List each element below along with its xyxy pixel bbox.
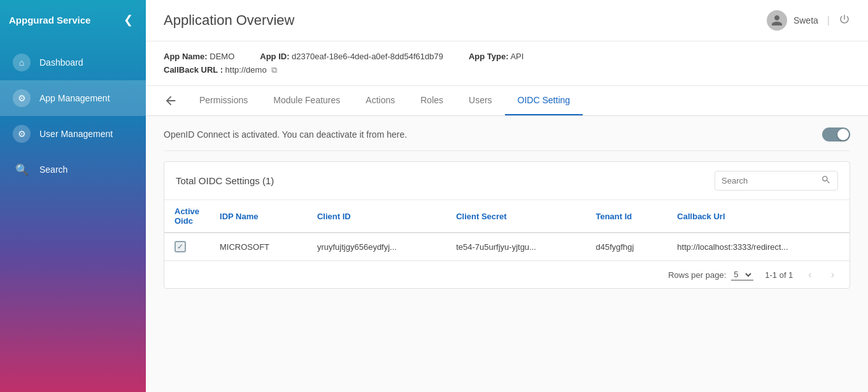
- col-tenant-id: Tenant Id: [585, 200, 667, 233]
- prev-page-button[interactable]: ‹: [804, 268, 815, 282]
- pagination-row: Rows per page: 5 10 25 1-1 of 1 ‹ ›: [164, 261, 850, 288]
- avatar: [767, 10, 787, 31]
- oidc-notice: OpenID Connect is activated. You can dea…: [164, 116, 850, 151]
- tab-actions[interactable]: Actions: [353, 86, 408, 115]
- idp-name-cell: MICROSOFT: [210, 233, 307, 261]
- copy-icon[interactable]: ⧉: [271, 65, 277, 75]
- sidebar-item-search[interactable]: 🔍 Search: [0, 152, 146, 187]
- app-id-label: App ID:: [260, 52, 289, 61]
- sidebar-item-label: User Management: [39, 129, 113, 139]
- main-content: Application Overview Sweta | App Name: D…: [146, 0, 868, 392]
- sidebar-item-dashboard[interactable]: ⌂ Dashboard: [0, 45, 146, 80]
- app-type-label: App Type:: [469, 52, 509, 61]
- col-idp-name: IDP Name: [210, 200, 307, 233]
- col-callback-url: Callback Url: [667, 200, 850, 233]
- rows-per-page-select[interactable]: 5 10 25: [731, 269, 753, 280]
- tab-module-features[interactable]: Module Features: [260, 86, 353, 115]
- sidebar: Appgurad Service ❮ ⌂ Dashboard ⚙ App Man…: [0, 0, 146, 392]
- rows-per-page-label: Rows per page:: [668, 270, 726, 280]
- search-icon: 🔍: [13, 161, 31, 178]
- app-management-icon: ⚙: [13, 89, 31, 107]
- app-id-value: d2370eaf-18e6-4ded-a0ef-8dd54f61db79: [292, 52, 443, 61]
- search-box: [715, 171, 838, 191]
- sidebar-collapse-button[interactable]: ❮: [120, 11, 137, 28]
- sidebar-item-user-management[interactable]: ⚙ User Management: [0, 116, 146, 152]
- search-input[interactable]: [722, 176, 817, 185]
- sidebar-item-label: Search: [39, 164, 68, 175]
- oidc-table-section: Total OIDC Settings (1) Active Oidc IDP …: [164, 161, 850, 289]
- app-info-row-2: CallBack URL : http://demo ⧉: [164, 65, 850, 75]
- callback-url-field: CallBack URL : http://demo ⧉: [164, 65, 277, 75]
- toggle-thumb: [837, 129, 849, 140]
- content-area: OpenID Connect is activated. You can dea…: [146, 116, 868, 392]
- oidc-checkbox[interactable]: ✓: [174, 241, 186, 252]
- client-id-cell: yruyfujtjgy656eydfyj...: [307, 233, 446, 261]
- sidebar-item-label: App Management: [39, 93, 110, 103]
- next-page-button[interactable]: ›: [827, 268, 838, 282]
- app-name-label: App Name:: [164, 52, 208, 61]
- app-id-field: App ID: d2370eaf-18e6-4ded-a0ef-8dd54f61…: [260, 52, 443, 61]
- col-client-id: Client ID: [307, 200, 446, 233]
- col-client-secret: Client Secret: [446, 200, 585, 233]
- username: Sweta: [793, 15, 818, 25]
- tab-oidc-setting[interactable]: OIDC Setting: [505, 86, 583, 115]
- rows-per-page: Rows per page: 5 10 25: [668, 269, 753, 280]
- callback-url-value: http://demo: [225, 65, 267, 75]
- app-name-field: App Name: DEMO: [164, 52, 234, 61]
- tabs-row: Permissions Module Features Actions Role…: [146, 86, 868, 116]
- active-oidc-cell: ✓: [164, 233, 210, 261]
- table-title: Total OIDC Settings (1): [176, 175, 274, 186]
- app-info-bar: App Name: DEMO App ID: d2370eaf-18e6-4de…: [146, 41, 868, 86]
- page-title: Application Overview: [164, 12, 294, 29]
- table-header: Active Oidc IDP Name Client ID Client Se…: [164, 200, 850, 233]
- callback-url-cell: http://localhost:3333/redirect...: [667, 233, 850, 261]
- oidc-notice-text: OpenID Connect is activated. You can dea…: [164, 129, 407, 140]
- tab-permissions[interactable]: Permissions: [187, 86, 260, 115]
- table-row: ✓ MICROSOFT yruyfujtjgy656eydfyj... te54…: [164, 233, 850, 261]
- page-info: 1-1 of 1: [765, 270, 793, 280]
- sidebar-nav: ⌂ Dashboard ⚙ App Management ⚙ User Mana…: [0, 45, 146, 187]
- table-header-row: Total OIDC Settings (1): [164, 162, 850, 200]
- app-type-field: App Type: API: [469, 52, 523, 61]
- app-type-value: API: [510, 52, 523, 61]
- tenant-id-cell: d45fygfhgj: [585, 233, 667, 261]
- tab-roles[interactable]: Roles: [408, 86, 456, 115]
- search-button[interactable]: [821, 175, 831, 187]
- power-button[interactable]: [839, 13, 850, 28]
- sidebar-item-app-management[interactable]: ⚙ App Management: [0, 80, 146, 116]
- oidc-toggle[interactable]: [822, 127, 850, 142]
- main-header: Application Overview Sweta |: [146, 0, 868, 41]
- callback-url-label: CallBack URL :: [164, 65, 223, 75]
- oidc-data-table: Active Oidc IDP Name Client ID Client Se…: [164, 200, 850, 261]
- back-button[interactable]: [164, 94, 178, 108]
- app-name-value: DEMO: [210, 52, 234, 61]
- sidebar-header: Appgurad Service ❮: [0, 0, 146, 40]
- client-secret-cell: te54-7u5urfjyu-yjtgu...: [446, 233, 585, 261]
- separator: |: [827, 15, 830, 26]
- dashboard-icon: ⌂: [13, 54, 31, 71]
- user-management-icon: ⚙: [13, 125, 31, 143]
- tab-users[interactable]: Users: [456, 86, 505, 115]
- col-active-oidc: Active Oidc: [164, 200, 210, 233]
- app-info-row-1: App Name: DEMO App ID: d2370eaf-18e6-4de…: [164, 52, 850, 61]
- sidebar-title: Appgurad Service: [9, 15, 90, 25]
- sidebar-item-label: Dashboard: [39, 57, 83, 68]
- header-right: Sweta |: [767, 10, 850, 31]
